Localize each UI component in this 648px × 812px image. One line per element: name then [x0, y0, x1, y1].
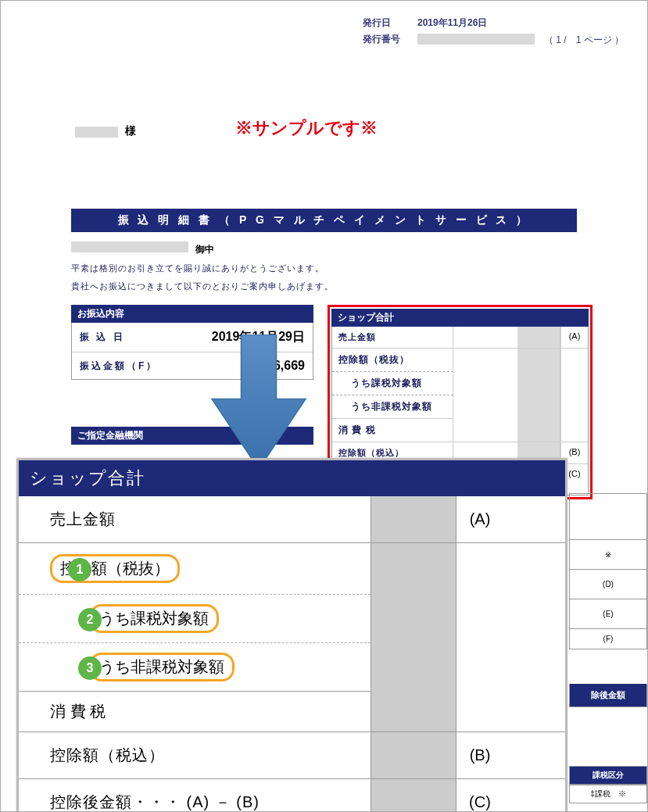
sample-watermark: ※サンプルです※ [235, 116, 378, 140]
zoom-mid-value-redacted [371, 543, 456, 732]
issue-date-label: 発行日 [363, 16, 410, 30]
shop-sales-tag: (A) [560, 327, 588, 348]
zoom-sales-label: 売上金額 [19, 496, 371, 542]
shop-taxable-label: うち課税対象額 [332, 371, 453, 395]
document-header: 発行日 2019年11月26日 発行番号 （ 1 / 1 ページ ） [20, 16, 628, 46]
shop-deduct-ex-label: 控除額（税抜） [332, 349, 453, 371]
shop-mid-value-redacted [517, 349, 560, 442]
zoom-nontaxable-label: うち非課税対象額 [99, 658, 224, 675]
zoom-deduct-inc-tag: (B) [456, 734, 503, 777]
customer-suffix: 様 [125, 124, 136, 137]
shop-ctax-label: 消 費 税 [332, 418, 453, 442]
zoom-ctax-label: 消 費 税 [50, 701, 106, 722]
zoom-after-tag: (C) [456, 781, 503, 812]
onchuu-suffix: 御中 [195, 244, 214, 255]
zoom-sales-tag: (A) [456, 498, 503, 541]
badge-3: 3 [78, 656, 102, 680]
transfer-section-header: お振込内容 [71, 305, 313, 323]
zoom-taxable-label: うち課税対象額 [99, 610, 209, 627]
shop-sales-value-redacted [517, 327, 560, 348]
issue-number-label: 発行番号 [363, 33, 410, 46]
partial-bottom-column: 課税区分 ‡課税 ※ [569, 766, 647, 803]
shop-section-header: ショップ合計 [331, 309, 589, 327]
shop-nontaxable-label: うち非課税対象額 [332, 395, 453, 418]
transfer-amount-label: 振込金額（F） [80, 359, 166, 373]
zoom-section-header: ショップ合計 [19, 460, 565, 496]
shop-total-zoom: ショップ合計 売上金額 (A) 1 控除額（税抜） [16, 458, 567, 812]
partial-tag-f: (F) [569, 629, 647, 649]
callout-arrow-icon [196, 334, 321, 478]
zoom-sales-value-redacted [371, 496, 456, 542]
badge-2: 2 [78, 608, 102, 631]
badge-1: 1 [68, 558, 91, 581]
shop-sales-label: 売上金額 [332, 327, 453, 348]
page-number: （ 1 / 1 ページ ） [544, 34, 624, 47]
issue-date-value: 2019年11月26日 [417, 16, 487, 30]
customer-name-redacted [75, 127, 118, 138]
company-name-redacted [71, 241, 188, 252]
partial-tag-e: (E) [569, 599, 647, 629]
zoom-deduct-inc-value-redacted [371, 732, 456, 778]
zoom-after-label: 控除後金額・・・ (A) － (B) [19, 779, 371, 812]
svg-marker-0 [212, 334, 306, 470]
greeting-line-2: 貴社へお振込につきまして以下のとおりご案内申しあげます。 [71, 281, 628, 292]
partial-bottom-header: 課税区分 [569, 766, 647, 785]
transfer-date-label: 振 込 日 [80, 331, 166, 344]
zoom-after-value-redacted [371, 779, 456, 812]
greeting-line-1: 平素は格別のお引き立てを賜り誠にありがとうございます。 [71, 263, 628, 274]
partial-tag-d: (D) [569, 570, 647, 599]
partial-note: ※ [569, 540, 647, 570]
document-title: 振 込 明 細 書 （ P G マ ル チ ペ イ メ ン ト サ ー ビ ス … [71, 209, 577, 232]
partial-right-column: ※ (D) (E) (F) 除後金額 [569, 493, 647, 707]
partial-bottom-row: ‡課税 ※ [569, 785, 647, 803]
issue-number-redacted [417, 34, 535, 45]
zoom-deduct-inc-label: 控除額（税込） [19, 732, 371, 778]
partial-after-amount-header: 除後金額 [569, 684, 647, 707]
